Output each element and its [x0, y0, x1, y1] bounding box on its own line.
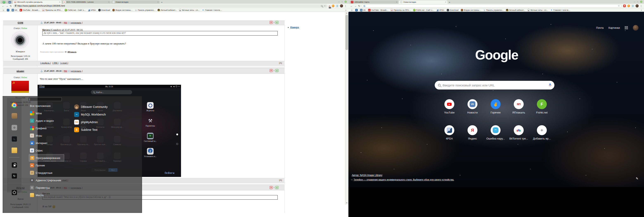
bookmark-item[interactable]: Fishki.net - Сайт х...	[413, 9, 434, 11]
anchor-icon[interactable]	[40, 22, 43, 24]
terminal-icon[interactable]	[12, 136, 17, 142]
extension-drop-icon[interactable]	[336, 5, 338, 7]
lock-screen-icon[interactable]	[12, 162, 17, 168]
bookmark-item[interactable]	[7, 9, 9, 11]
application-item[interactable]: Sublime Text	[74, 126, 120, 133]
back-icon[interactable]: ←	[2, 5, 4, 7]
category-item[interactable]: Игры	[29, 132, 64, 139]
category-item[interactable]: Офис	[29, 147, 64, 154]
search-input[interactable]	[442, 84, 547, 87]
shortcut-tile[interactable]: YouTube	[438, 99, 461, 125]
bookmark-item[interactable]: Панель управлен...	[134, 9, 155, 11]
back-to-top[interactable]: ▲ Наверх	[287, 26, 299, 29]
bookmark-item[interactable]: VK	[360, 9, 366, 11]
bookmarks-overflow-icon[interactable]: »	[641, 9, 642, 11]
bookmarks-overflow-icon[interactable]: »	[345, 9, 346, 11]
reload-icon[interactable]: ↻	[10, 5, 12, 7]
padlock-icon[interactable]	[15, 5, 16, 7]
bookmark-item[interactable]: Fishki.net - Сайт х...	[64, 9, 86, 11]
zoom-icon[interactable]	[321, 5, 322, 7]
tab-close-icon[interactable]	[59, 1, 60, 3]
bookmark-item[interactable]: Download	[447, 9, 458, 11]
shutdown-icon[interactable]	[12, 190, 17, 195]
vote-down-button[interactable]	[270, 21, 273, 24]
browser-tab[interactable]: XCC-7X06-J300XWMN - Lenovo	[62, 1, 111, 4]
minimize-icon[interactable]	[634, 1, 635, 3]
report-link[interactable]: 911	[64, 22, 67, 24]
category-all-apps[interactable]: Все приложения	[29, 102, 64, 110]
scroll-up-icon[interactable]: ▲	[346, 12, 348, 14]
browser-tab[interactable]: ABNzabbix: Карта	[350, 1, 398, 4]
pinned-tab[interactable]	[7, 1, 12, 4]
wallpaper-promo[interactable]: Телефон — отражение вашего индивидуально…	[351, 178, 454, 181]
account-avatar[interactable]	[633, 25, 638, 31]
voice-search-icon[interactable]	[549, 84, 551, 87]
url-text[interactable]: https://www.yaplakal.com/forum3/topic198…	[17, 5, 320, 7]
category-item[interactable]: Wine	[29, 110, 64, 117]
user-avatar-ussr-flag[interactable]	[11, 81, 29, 93]
bookmark-star-icon[interactable]	[618, 5, 620, 7]
category-item[interactable]: Программирование	[29, 154, 64, 162]
extension-adblock-icon[interactable]	[623, 5, 626, 7]
bookmark-item[interactable]: Вечные хиты - сл...	[179, 9, 200, 11]
category-item[interactable]: Аудио и видео	[29, 117, 64, 124]
application-item[interactable]: phpMyAdmin	[74, 118, 120, 126]
wallpaper-attribution-link[interactable]: Автор: NASA Image Library	[352, 174, 382, 177]
control-center-icon[interactable]	[12, 125, 17, 130]
bookmark-item[interactable]: YouTube - Broadc...	[20, 9, 40, 11]
minimize-icon[interactable]	[338, 1, 340, 3]
close-icon[interactable]	[344, 1, 347, 3]
category-item[interactable]: Администрирование	[29, 176, 64, 184]
images-link[interactable]: Картинки	[608, 26, 620, 29]
shortcut-tile[interactable]: 4PDA	[438, 125, 461, 151]
bookmark-item[interactable]: Панель управлен...	[483, 9, 504, 11]
bookmark-item[interactable]	[2, 9, 4, 11]
restore-icon[interactable]	[637, 1, 638, 3]
bookmark-item[interactable]: Форум системны...	[112, 9, 132, 11]
shortcut-tile[interactable]: Горячее	[484, 99, 507, 125]
browser-tab[interactable]: Microsoft случайно раскрыла,	[13, 1, 62, 4]
shortcut-tile[interactable]: Новости	[461, 99, 484, 125]
shortcut-tile[interactable]: Яндекс	[461, 125, 484, 151]
package-manager-icon[interactable]	[12, 113, 17, 119]
scroll-down-icon[interactable]: ▼	[346, 202, 348, 203]
extension-drop-icon[interactable]	[632, 5, 634, 7]
category-item[interactable]: Стандартные	[29, 169, 64, 176]
bookmark-item[interactable]: VK	[12, 9, 17, 11]
restore-icon[interactable]	[342, 1, 343, 3]
vote-up-button[interactable]	[275, 21, 278, 24]
browser-tab[interactable]: Новая вкладка	[111, 1, 160, 4]
category-item[interactable]: Места	[29, 191, 64, 199]
menu-search-input[interactable]	[28, 97, 62, 101]
tab-close-icon[interactable]	[396, 1, 397, 3]
tab-close-icon[interactable]	[158, 1, 158, 3]
forward-icon[interactable]: →	[6, 5, 8, 7]
close-icon[interactable]	[640, 1, 642, 3]
new-tab-button[interactable]	[448, 1, 451, 4]
user-avatar-eye[interactable]	[11, 31, 29, 49]
bookmark-item[interactable]	[350, 9, 353, 11]
bookmark-item[interactable]: Главная • new-te...	[202, 9, 222, 11]
via-app-link[interactable]: ЯПлакалъ	[68, 51, 76, 53]
bookmark-item[interactable]: Форум системны...	[461, 9, 481, 11]
file-manager-icon[interactable]	[12, 148, 17, 153]
shortcut-tile[interactable]: ЯПлакалъ	[507, 99, 530, 125]
category-item[interactable]: Интернет	[29, 139, 64, 147]
vote-up-button[interactable]	[275, 186, 278, 189]
category-item[interactable]: Прочие	[29, 162, 64, 169]
tab-close-icon[interactable]	[108, 1, 110, 3]
bookmark-item[interactable]: 4PDA	[436, 9, 444, 11]
logout-icon[interactable]	[12, 173, 17, 179]
post-username[interactable]: ОЗМ	[3, 21, 38, 24]
reload-icon[interactable]: ↻	[358, 5, 360, 7]
extension-adblock[interactable]: 13	[329, 4, 330, 8]
menu-dots-icon[interactable]	[344, 5, 346, 7]
bookmark-item[interactable]: 4PDA	[88, 9, 96, 11]
shortcut-tile[interactable]: BitTorrent тре...	[507, 125, 530, 151]
tab-close-icon[interactable]	[445, 1, 446, 3]
scrollbar-thumb[interactable]	[346, 15, 348, 50]
vote-down-button[interactable]	[270, 186, 273, 189]
profile-avatar[interactable]	[340, 4, 343, 8]
gmail-link[interactable]: Почта	[596, 26, 604, 29]
bookmark-item[interactable]: YouTube - Broadc...	[368, 9, 388, 11]
